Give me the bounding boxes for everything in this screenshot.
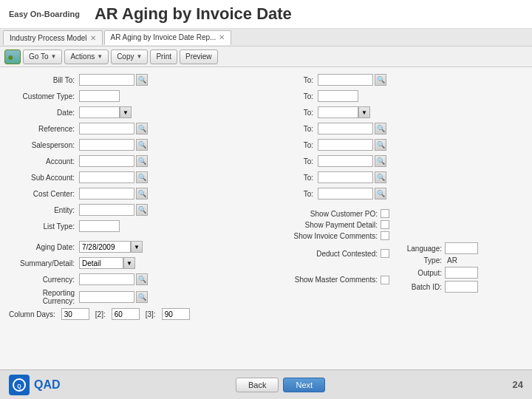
customer-type-label: Customer Type: xyxy=(9,92,79,100)
checks-section: Show Customer PO: Show Payment Detail: S… xyxy=(273,209,523,293)
page-number: 24 xyxy=(513,379,523,390)
show-payment-detail-checkbox[interactable] xyxy=(381,220,389,229)
salesperson-label: Salesperson: xyxy=(9,141,79,149)
bill-to-search-icon[interactable]: 🔍 xyxy=(136,74,148,86)
aging-date-row: Aging Date: ▼ xyxy=(9,240,259,253)
to7-search-icon[interactable]: 🔍 xyxy=(375,171,386,183)
language-input[interactable] xyxy=(445,242,478,254)
summary-detail-dropdown-icon[interactable]: ▼ xyxy=(123,257,135,269)
account-input[interactable] xyxy=(79,155,134,167)
to6-input[interactable] xyxy=(318,155,373,167)
to7-label: To: xyxy=(273,174,318,182)
show-customer-po-label: Show Customer PO: xyxy=(273,210,381,218)
batch-id-row: Batch ID: xyxy=(401,281,478,293)
show-customer-po-row: Show Customer PO: xyxy=(273,209,523,218)
form-right: To: 🔍 To: To: ▼ To: 🔍 To: 🔍 xyxy=(273,73,523,320)
customer-type-input[interactable] xyxy=(79,90,120,102)
cost-center-input[interactable] xyxy=(79,188,134,200)
reporting-currency-search-icon[interactable]: 🔍 xyxy=(136,291,148,303)
currency-input[interactable] xyxy=(79,273,134,285)
currency-search-icon[interactable]: 🔍 xyxy=(136,273,148,285)
subaccount-input[interactable] xyxy=(79,171,134,183)
to8-search-icon[interactable]: 🔍 xyxy=(375,188,386,200)
subaccount-label: Sub Account: xyxy=(9,174,79,182)
next-button[interactable]: Next xyxy=(283,378,325,392)
actions-button[interactable]: Actions ▼ xyxy=(64,50,109,64)
batch-id-input[interactable] xyxy=(445,281,478,293)
print-button[interactable]: Print xyxy=(150,50,177,64)
col2-input[interactable] xyxy=(112,308,140,320)
aging-date-input[interactable] xyxy=(79,241,131,253)
summary-detail-label: Summary/Detail: xyxy=(9,259,79,267)
to3-input[interactable] xyxy=(318,106,358,118)
entity-search-icon[interactable]: 🔍 xyxy=(136,204,148,216)
deduct-contested-row: Deduct Contested: Language: Type: AR xyxy=(273,242,523,265)
to8-input[interactable] xyxy=(318,188,373,200)
svg-text:Q: Q xyxy=(17,383,21,389)
copy-button[interactable]: Copy ▼ xyxy=(111,50,148,64)
list-type-input[interactable] xyxy=(79,220,120,232)
to1-row: To: 🔍 xyxy=(273,73,523,86)
show-invoice-comments-checkbox[interactable] xyxy=(381,231,389,240)
to1-input[interactable] xyxy=(318,74,373,86)
output-label: Output: xyxy=(401,269,442,277)
green-dot-btn[interactable]: ● xyxy=(4,50,21,64)
to7-row: To: 🔍 xyxy=(273,171,523,184)
tab-industry-process[interactable]: Industry Process Model ✕ xyxy=(3,30,103,45)
to4-input[interactable] xyxy=(318,123,373,134)
salesperson-search-icon[interactable]: 🔍 xyxy=(136,139,148,151)
reference-input[interactable] xyxy=(79,123,134,134)
to8-label: To: xyxy=(273,190,318,198)
bill-to-label: Bill To: xyxy=(9,76,79,84)
customer-type-row: Customer Type: xyxy=(9,89,259,103)
back-button[interactable]: Back xyxy=(236,378,279,392)
goto-button[interactable]: Go To ▼ xyxy=(23,50,62,64)
to4-search-icon[interactable]: 🔍 xyxy=(375,123,386,134)
subaccount-search-icon[interactable]: 🔍 xyxy=(136,171,148,183)
to5-row: To: 🔍 xyxy=(273,138,523,151)
to1-search-icon[interactable]: 🔍 xyxy=(375,74,386,86)
output-input[interactable] xyxy=(445,267,478,279)
entity-input[interactable] xyxy=(79,204,134,216)
reference-search-icon[interactable]: 🔍 xyxy=(136,123,148,134)
aging-date-dropdown-icon[interactable]: ▼ xyxy=(131,241,143,253)
col1-input[interactable] xyxy=(61,308,89,320)
column-days-row: Column Days: [2]: [3]: xyxy=(9,308,259,320)
to5-input[interactable] xyxy=(318,139,373,151)
cost-center-search-icon[interactable]: 🔍 xyxy=(136,188,148,200)
to2-input[interactable] xyxy=(318,90,358,102)
salesperson-input[interactable] xyxy=(79,139,134,151)
summary-detail-input[interactable] xyxy=(79,257,123,269)
show-master-comments-checkbox[interactable] xyxy=(381,276,389,284)
aging-section: Aging Date: ▼ Summary/Detail: ▼ Currency… xyxy=(9,240,259,305)
reporting-currency-input[interactable] xyxy=(79,291,134,303)
output-row: Output: xyxy=(401,267,478,279)
date-dropdown-icon[interactable]: ▼ xyxy=(120,106,132,118)
to6-search-icon[interactable]: 🔍 xyxy=(375,155,386,167)
qad-logo-svg: Q xyxy=(12,378,27,392)
to3-dropdown-icon[interactable]: ▼ xyxy=(358,106,370,118)
copy-arrow-icon: ▼ xyxy=(137,53,143,60)
salesperson-row: Salesperson: 🔍 xyxy=(9,138,259,151)
to5-label: To: xyxy=(273,141,318,149)
type-row: Type: AR xyxy=(401,256,478,265)
tab-close-icon[interactable]: ✕ xyxy=(219,33,225,41)
summary-detail-row: Summary/Detail: ▼ xyxy=(9,256,259,270)
tab-ar-aging[interactable]: AR Aging by Invoice Date Rep... ✕ xyxy=(104,30,232,45)
tab-close-icon[interactable]: ✕ xyxy=(90,34,96,42)
show-customer-po-checkbox[interactable] xyxy=(381,209,389,218)
list-type-label: List Type: xyxy=(9,222,79,231)
deduct-contested-checkbox[interactable] xyxy=(381,249,389,258)
reporting-currency-row: Reporting Currency: 🔍 xyxy=(9,289,259,305)
bill-to-input[interactable] xyxy=(79,74,134,86)
col3-input[interactable] xyxy=(162,308,190,320)
tab-bar: Industry Process Model ✕ AR Aging by Inv… xyxy=(0,29,532,47)
goto-arrow-icon: ▼ xyxy=(51,53,57,60)
main-content: Bill To: 🔍 Customer Type: Date: ▼ Refere… xyxy=(0,67,532,381)
to7-input[interactable] xyxy=(318,171,373,183)
show-master-comments-label: Show Master Comments: xyxy=(273,276,381,284)
account-search-icon[interactable]: 🔍 xyxy=(136,155,148,167)
to5-search-icon[interactable]: 🔍 xyxy=(375,139,386,151)
preview-button[interactable]: Preview xyxy=(180,50,218,64)
date-input[interactable] xyxy=(79,106,120,118)
